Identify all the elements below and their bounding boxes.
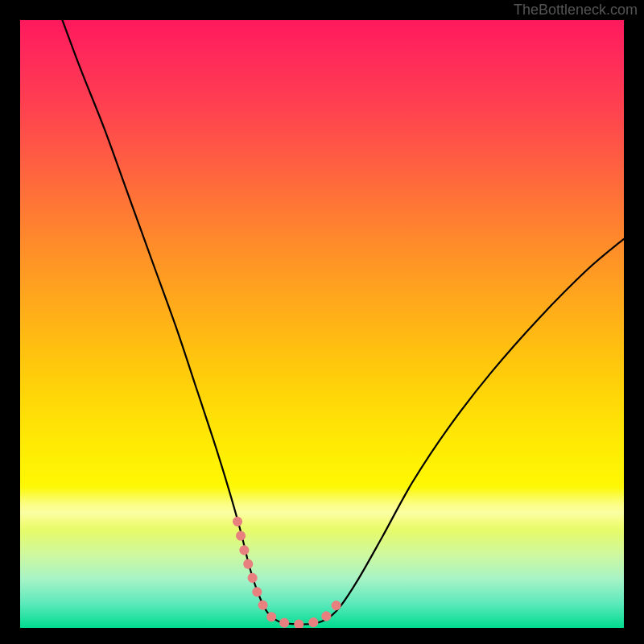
watermark-text: TheBottleneck.com: [514, 2, 638, 19]
main-curve: [63, 20, 625, 625]
chart-svg: [20, 20, 624, 628]
valley-highlight: [237, 522, 341, 625]
chart-plot-area: [20, 20, 624, 628]
